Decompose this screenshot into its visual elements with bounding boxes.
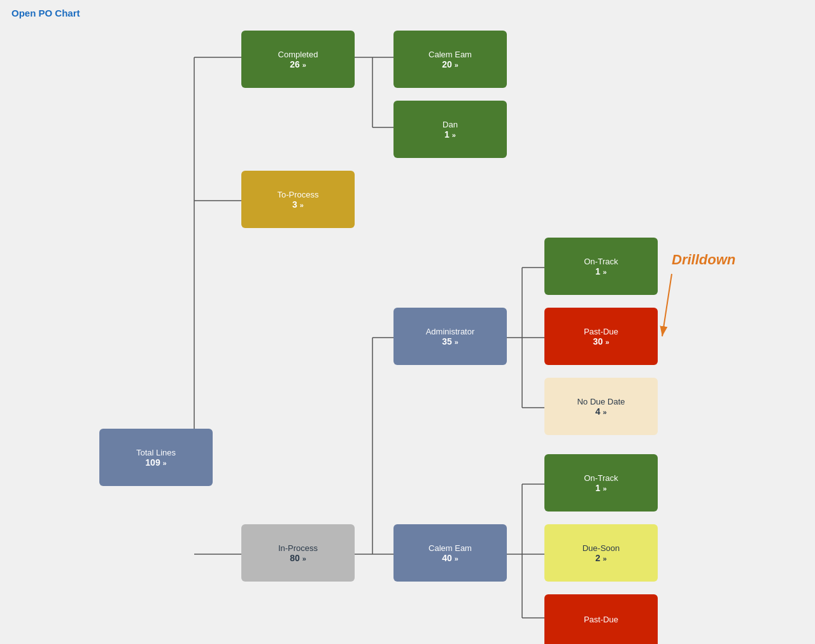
- in-process-node[interactable]: In-Process 80 »: [241, 524, 355, 582]
- past-due-admin-label: Past-Due: [584, 327, 618, 336]
- svg-line-23: [662, 274, 672, 336]
- administrator-label: Administrator: [426, 327, 475, 336]
- calem-eam-completed-node[interactable]: Calem Eam 20 »: [393, 31, 507, 88]
- no-due-date-admin-label: No Due Date: [577, 397, 625, 406]
- due-soon-calem-value: 2 »: [595, 553, 607, 563]
- calem-eam-in-process-node[interactable]: Calem Eam 40 »: [393, 524, 507, 582]
- in-process-label: In-Process: [278, 543, 318, 553]
- past-due-admin-node[interactable]: Past-Due 30 »: [544, 308, 658, 365]
- on-track-admin-label: On-Track: [584, 257, 618, 266]
- dan-label: Dan: [443, 120, 458, 129]
- administrator-node[interactable]: Administrator 35 »: [393, 308, 507, 365]
- to-process-value: 3 »: [292, 199, 304, 210]
- on-track-calem-label: On-Track: [584, 473, 618, 483]
- completed-value: 26 »: [290, 59, 306, 69]
- dan-value: 1 »: [444, 129, 456, 140]
- in-process-value: 80 »: [290, 553, 306, 563]
- dan-node[interactable]: Dan 1 »: [393, 101, 507, 158]
- past-due-admin-value: 30 »: [593, 336, 609, 347]
- past-due-calem-node[interactable]: Past-Due: [544, 594, 658, 644]
- to-process-label: To-Process: [277, 190, 318, 199]
- calem-eam-in-process-value: 40 »: [442, 553, 458, 563]
- calem-eam-in-process-label: Calem Eam: [429, 543, 472, 553]
- administrator-value: 35 »: [442, 336, 458, 347]
- completed-label: Completed: [278, 50, 318, 59]
- past-due-calem-label: Past-Due: [584, 615, 618, 624]
- to-process-node[interactable]: To-Process 3 »: [241, 171, 355, 228]
- page-title: Open PO Chart: [11, 8, 80, 18]
- total-lines-label: Total Lines: [136, 448, 176, 457]
- total-lines-node[interactable]: Total Lines 109 »: [99, 429, 213, 486]
- total-lines-value: 109 »: [145, 457, 166, 468]
- on-track-admin-node[interactable]: On-Track 1 »: [544, 238, 658, 295]
- calem-eam-completed-label: Calem Eam: [429, 50, 472, 59]
- completed-node[interactable]: Completed 26 »: [241, 31, 355, 88]
- on-track-calem-value: 1 »: [595, 483, 607, 493]
- due-soon-calem-node[interactable]: Due-Soon 2 »: [544, 524, 658, 582]
- due-soon-calem-label: Due-Soon: [583, 543, 620, 553]
- drilldown-label: Drilldown: [672, 252, 735, 268]
- on-track-calem-node[interactable]: On-Track 1 »: [544, 454, 658, 512]
- calem-eam-completed-value: 20 »: [442, 59, 458, 69]
- on-track-admin-value: 1 »: [595, 266, 607, 276]
- no-due-date-admin-node[interactable]: No Due Date 4 »: [544, 378, 658, 435]
- no-due-date-admin-value: 4 »: [595, 406, 607, 417]
